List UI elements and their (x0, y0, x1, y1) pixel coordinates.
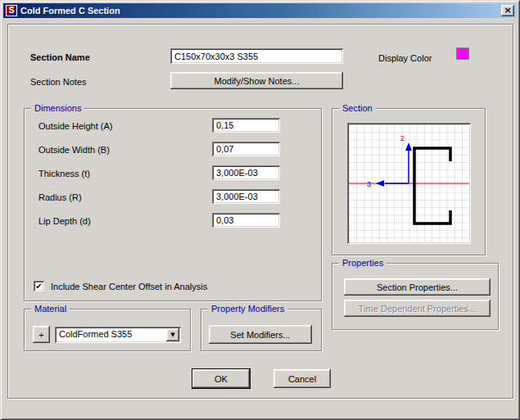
section-name-input[interactable] (170, 48, 343, 64)
shear-center-offset-checkbox[interactable]: ✔ (34, 281, 44, 291)
shear-center-offset-label: Include Shear Center Offset in Analysis (51, 282, 207, 291)
radius-label: Radius (R) (38, 192, 82, 202)
outside-height-label: Outside Height (A) (38, 121, 112, 131)
lip-depth-label: Lip Depth (d) (38, 216, 91, 226)
material-selected-value: ColdFormed S355 (59, 329, 132, 339)
titlebar[interactable]: S Cold Formed C Section × (3, 3, 517, 18)
section-preview-canvas: 2 3 (347, 123, 471, 244)
thickness-label: Thickness (t) (38, 169, 90, 178)
cold-formed-c-section-dialog: S Cold Formed C Section × Section Name D… (0, 0, 520, 420)
outside-width-label: Outside Width (B) (38, 145, 110, 155)
properties-group-title: Properties (339, 258, 387, 268)
section-notes-label: Section Notes (30, 77, 86, 87)
material-group-title: Material (31, 304, 70, 314)
cancel-button[interactable]: Cancel (274, 369, 331, 388)
modify-show-notes-button[interactable]: Modify/Show Notes... (170, 72, 343, 89)
close-icon[interactable]: × (501, 5, 514, 16)
axis-2-label: 2 (400, 134, 405, 142)
add-material-button[interactable]: + (33, 326, 50, 343)
material-group: Material + ColdFormed S355 ▼ (24, 309, 191, 351)
outside-height-input[interactable] (212, 118, 280, 133)
axis-3-label: 3 (367, 180, 371, 188)
section-properties-button[interactable]: Section Properties... (344, 278, 491, 296)
section-name-label: Section Name (30, 52, 90, 62)
material-select[interactable]: ColdFormed S355 ▼ (55, 327, 181, 343)
thickness-input[interactable] (212, 165, 280, 180)
display-color-swatch[interactable] (456, 47, 469, 60)
property-modifiers-group-title: Property Modifiers (208, 304, 287, 314)
chevron-down-icon[interactable]: ▼ (166, 328, 179, 341)
radius-input[interactable] (212, 189, 280, 204)
dimensions-group: Dimensions (24, 108, 322, 301)
outside-width-input[interactable] (212, 142, 280, 156)
ok-button[interactable]: OK (192, 369, 250, 388)
property-modifiers-group: Property Modifiers Set Modifiers... (201, 309, 322, 351)
set-modifiers-button[interactable]: Set Modifiers... (209, 325, 312, 344)
time-dependent-properties-button: Time Dependent Properties... (344, 300, 491, 317)
dimensions-group-title: Dimensions (31, 103, 84, 113)
properties-group: Properties Section Properties... Time De… (332, 263, 499, 330)
display-color-label: Display Color (378, 53, 432, 63)
app-icon: S (6, 5, 17, 16)
section-group: Section 2 3 (332, 108, 486, 255)
window-title: Cold Formed C Section (20, 6, 120, 16)
section-group-title: Section (339, 103, 376, 113)
section-preview-drawing: 2 3 (349, 124, 469, 242)
lip-depth-input[interactable] (212, 213, 280, 228)
